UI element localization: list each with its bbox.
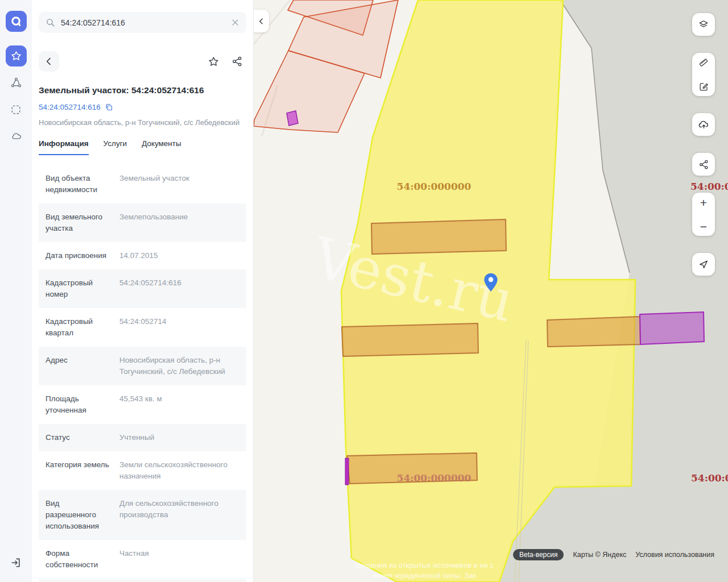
info-label: Вид разрешенного использования	[46, 498, 111, 532]
info-label: Кадастровый номер	[46, 277, 111, 300]
table-row: Площадь уточненная 45,543 кв. м	[39, 385, 246, 424]
info-value: 45,543 кв. м	[119, 393, 239, 416]
favorite-star-icon[interactable]	[208, 56, 220, 68]
parcel-info-panel: Земельный участок: 54:24:052714:616 54:2…	[32, 0, 254, 582]
map-pin-icon[interactable]	[483, 272, 498, 295]
zoom-in-button[interactable]: +	[692, 193, 715, 212]
beta-badge: Beta-версия	[513, 549, 564, 560]
strip-purple[interactable]	[640, 312, 704, 344]
info-label: Площадь уточненная	[46, 393, 111, 416]
measure-edit-group	[692, 53, 715, 96]
app-rail	[0, 0, 32, 582]
table-row: Вид разрешенного использования Для сельс…	[39, 490, 246, 540]
parcel-small-purple[interactable]	[287, 111, 298, 126]
table-row: Кадастровый квартал 54:24:052714	[39, 308, 246, 347]
upload-button[interactable]	[692, 113, 715, 136]
tab-documents[interactable]: Документы	[142, 139, 181, 155]
zoom-control: + −	[692, 193, 715, 236]
info-label: Вид объекта недвижимости	[46, 173, 111, 196]
map-attribution: Beta-версия Карты © Яндекс Условия испол…	[513, 549, 714, 560]
share-icon[interactable]	[231, 56, 243, 68]
back-button[interactable]	[39, 51, 59, 72]
app-logo-icon[interactable]	[6, 11, 27, 32]
sign-in-icon[interactable]	[6, 552, 27, 573]
info-value: Земельный участок	[119, 173, 239, 196]
page-title: Земельный участок: 54:24:052714:616	[39, 85, 246, 95]
tab-services[interactable]: Услуги	[104, 139, 127, 155]
info-value: Для сельскохозяйственного производства	[119, 498, 239, 532]
panel-tabs: Информация Услуги Документы	[39, 139, 246, 155]
info-label: Дата присвоения	[46, 250, 111, 261]
sliver-magenta[interactable]	[345, 458, 349, 485]
table-row: Вид объекта недвижимости Земельный участ…	[39, 165, 246, 203]
layers-button[interactable]	[692, 13, 715, 36]
info-label: Кадастровый квартал	[46, 316, 111, 339]
zoom-out-button[interactable]: −	[692, 217, 715, 236]
info-value: 54:24:052714:616	[119, 277, 239, 300]
info-value: Новосибирская область, р-н Тогучинский, …	[119, 355, 239, 377]
info-label: Форма собственности	[46, 548, 111, 571]
edit-button[interactable]	[692, 77, 715, 96]
map-canvas[interactable]: Vest.ru 54:00:000000 54:00:000000 54:00:…	[254, 0, 728, 582]
table-row: Дата присвоения 14.07.2015	[39, 242, 246, 269]
quarter-label: 54:00:000000	[397, 181, 471, 192]
info-label: Адрес	[46, 355, 111, 377]
panel-collapse-button[interactable]	[254, 10, 269, 32]
quarter-label: 54:00:000000	[690, 181, 728, 192]
polygon-draw-icon[interactable]	[6, 72, 27, 93]
info-value: Земли сельскохозяйственного назначения	[119, 459, 239, 482]
info-value: Землепользование	[119, 211, 239, 234]
table-row: Статус Учтенный	[39, 424, 246, 451]
table-row: Кадастровый номер 54:24:052714:616	[39, 269, 246, 308]
info-value: Учтенный	[119, 432, 239, 443]
info-value: 14.07.2015	[119, 250, 239, 261]
info-label: Статус	[46, 432, 111, 443]
search-icon	[46, 18, 55, 27]
info-label: Вид земельного участка	[46, 211, 111, 234]
quarter-label: 54:00:000000	[397, 472, 471, 484]
parcel-address: Новосибирская область, р-н Тогучинский, …	[39, 117, 246, 128]
search-input[interactable]	[61, 18, 225, 27]
copyright-text: Карты © Яндекс	[573, 551, 626, 559]
ruler-button[interactable]	[692, 53, 715, 72]
table-row: Форма собственности Частная	[39, 540, 246, 579]
cloud-icon[interactable]	[6, 126, 27, 147]
tab-information[interactable]: Информация	[39, 139, 89, 155]
terms-link[interactable]: Условия использования	[635, 551, 714, 559]
area-select-icon[interactable]	[6, 99, 27, 120]
cadastral-number-link[interactable]: 54:24:052714:616	[39, 103, 101, 111]
info-table: Вид объекта недвижимости Земельный участ…	[39, 165, 246, 582]
favorites-star-icon[interactable]	[6, 45, 27, 66]
info-value: Частная	[119, 548, 239, 571]
table-row: Кадастровая стоимость 1,211,943.42 руб.	[39, 579, 246, 582]
map-share-button[interactable]	[692, 153, 715, 176]
table-row: Категория земель Земли сельскохозяйствен…	[39, 451, 246, 490]
table-row: Вид земельного участка Землепользование	[39, 203, 246, 242]
search-bar	[39, 12, 246, 33]
locate-button[interactable]	[692, 253, 715, 276]
clear-search-icon[interactable]	[231, 18, 239, 27]
quarter-label: 54:00:000000	[691, 472, 728, 484]
copy-icon[interactable]	[105, 103, 113, 111]
info-label: Категория земель	[46, 459, 111, 482]
table-row: Адрес Новосибирская область, р-н Тогучин…	[39, 347, 246, 385]
info-value: 54:24:052714	[119, 316, 239, 339]
